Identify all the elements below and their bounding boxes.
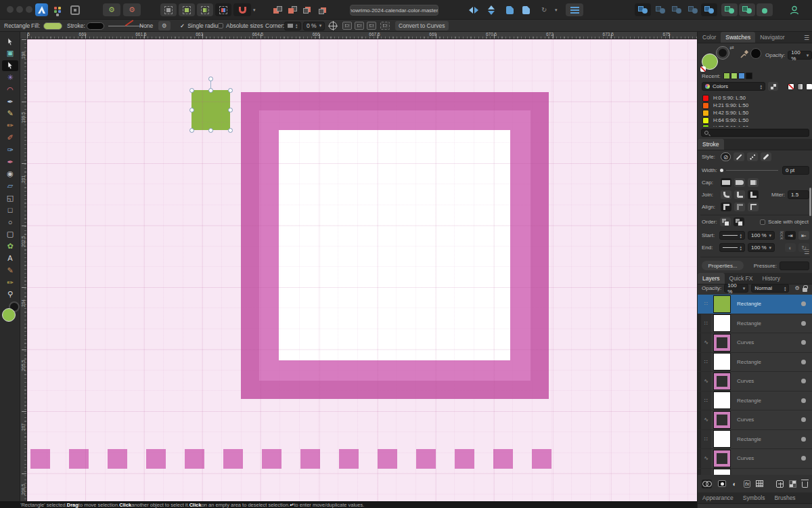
- width-value-field[interactable]: 0 pt: [782, 166, 809, 175]
- tab-navigator[interactable]: Navigator: [755, 32, 789, 43]
- stroke-color-circle[interactable]: [717, 47, 729, 59]
- layer-thumbnail[interactable]: [714, 412, 730, 428]
- delete-layer-button[interactable]: [800, 480, 810, 488]
- layer-row[interactable]: ∷Rectangle: [698, 391, 812, 411]
- pressure-field[interactable]: [780, 261, 809, 270]
- document-tab[interactable]: nanowrimo-2024-calendar-color-master ( *: [350, 5, 438, 16]
- layer-visibility-toggle[interactable]: [801, 456, 806, 461]
- transform-options-chevron-icon[interactable]: ▾: [555, 3, 558, 16]
- flip-vertical-button[interactable]: [483, 3, 499, 16]
- boolean-intersect-button[interactable]: [669, 3, 685, 16]
- brush-tool[interactable]: ✐: [2, 132, 18, 143]
- selection-handle[interactable]: [228, 88, 233, 93]
- single-radius-checkbox[interactable]: ✓Single radius: [180, 20, 221, 32]
- pink-square[interactable]: [262, 449, 281, 469]
- insert-inside-button[interactable]: [518, 3, 533, 16]
- export-persona-icon[interactable]: [70, 3, 80, 16]
- layer-thumbnail[interactable]: [714, 296, 730, 312]
- no-color-chip[interactable]: [700, 66, 706, 72]
- layer-row[interactable]: ∷Rectangle: [698, 430, 812, 450]
- absolute-sizes-checkbox[interactable]: Absolute sizes: [218, 20, 263, 32]
- cap-butt-button[interactable]: [721, 178, 731, 187]
- layer-row[interactable]: ∿Curves: [698, 449, 812, 469]
- corner-type-dropdown[interactable]: ▴▾: [284, 20, 301, 32]
- cap-round-button[interactable]: [734, 178, 745, 187]
- color-list-item[interactable]: H:64 S:90: L:50: [698, 117, 812, 124]
- layer-visibility-toggle[interactable]: [801, 360, 806, 364]
- selected-green-rectangle[interactable]: [191, 90, 230, 130]
- canvas[interactable]: [27, 39, 697, 501]
- layer-visibility-toggle[interactable]: [801, 398, 806, 403]
- layer-thumbnail[interactable]: [714, 392, 730, 408]
- rounded-rectangle-tool[interactable]: ▢: [2, 229, 18, 240]
- start-arrow-in-button[interactable]: ⇥: [785, 231, 796, 240]
- swap-fill-stroke-icon[interactable]: ⇄: [729, 45, 734, 51]
- layer-thumbnail[interactable]: [714, 450, 730, 467]
- panel-menu-icon[interactable]: ☰: [804, 35, 809, 41]
- order-behind-button[interactable]: [720, 217, 731, 226]
- point-transform-tool[interactable]: ✳: [2, 72, 18, 83]
- cap-square-button[interactable]: [748, 178, 759, 187]
- zoom-tool[interactable]: ⚲: [2, 289, 18, 300]
- start-end-lock-label[interactable]: lock: [780, 231, 784, 239]
- move-tool[interactable]: [2, 36, 18, 47]
- insertion-mode-icon[interactable]: [380, 20, 390, 32]
- stroke-style-none-button[interactable]: ⊘: [721, 152, 731, 161]
- blend-mode-dropdown[interactable]: Normal▴▾: [751, 284, 789, 293]
- palette-dropdown[interactable]: Colors ▴▾: [702, 82, 765, 91]
- transparency-toggle-button[interactable]: [788, 480, 798, 488]
- window-minimize-button[interactable]: [16, 6, 23, 13]
- selection-handle[interactable]: [189, 88, 194, 93]
- gradient-swatch[interactable]: [797, 83, 804, 90]
- join-round-button[interactable]: [721, 190, 731, 199]
- crop-tool[interactable]: ◱: [2, 192, 18, 203]
- layer-visibility-toggle[interactable]: [801, 417, 806, 422]
- forward-one-icon[interactable]: [303, 3, 313, 16]
- color-list-item[interactable]: H:21 S:90: L:50: [698, 102, 812, 109]
- recent-swatch[interactable]: [738, 72, 745, 79]
- color-list-item[interactable]: H:42 S:90: L:50: [698, 109, 812, 117]
- node-tool[interactable]: ✎: [2, 108, 18, 119]
- layer-row[interactable]: ∿Curves: [698, 372, 812, 391]
- palette-grid-view-button[interactable]: [768, 82, 778, 91]
- window-zoom-button[interactable]: [26, 6, 32, 13]
- pencil-tool[interactable]: ✏: [2, 121, 18, 131]
- pink-square[interactable]: [455, 449, 474, 469]
- color-swatch[interactable]: [702, 110, 709, 117]
- fill-color-well[interactable]: [2, 308, 16, 322]
- join-bevel-button[interactable]: [734, 190, 745, 199]
- snap-edit-button[interactable]: [197, 3, 213, 16]
- end-style-dropdown[interactable]: ▴▾: [719, 243, 745, 252]
- color-list-item[interactable]: H:0 S:90: L:50: [698, 94, 812, 102]
- live-filter-button[interactable]: [754, 480, 765, 488]
- layer-visibility-toggle[interactable]: [801, 301, 806, 306]
- pink-frame-artwork[interactable]: [241, 92, 549, 399]
- miter-value-field[interactable]: 1.5: [788, 190, 809, 199]
- layer-effects-button[interactable]: fx: [742, 480, 752, 488]
- properties-button[interactable]: Properties...: [702, 261, 744, 270]
- pink-square[interactable]: [30, 449, 50, 469]
- selection-handle[interactable]: [189, 128, 194, 133]
- vertical-ruler[interactable]: 198199.5201202.5204205.5207208.5: [20, 39, 27, 501]
- ruler-corner[interactable]: [20, 32, 27, 39]
- stroke-style-dashed-button[interactable]: [747, 152, 758, 161]
- selection-handle[interactable]: [228, 128, 233, 133]
- settings-gear-button[interactable]: ⚙: [123, 3, 141, 16]
- layer-thumbnail[interactable]: [714, 335, 730, 351]
- end-scale-dropdown[interactable]: 100 %▾: [748, 243, 775, 252]
- snap-bounds-button[interactable]: [160, 3, 177, 16]
- selection-handle[interactable]: [208, 77, 213, 81]
- adjustment-layer-button[interactable]: ◐: [729, 480, 740, 488]
- boolean-subtract-button[interactable]: [652, 3, 669, 16]
- fill-swatch[interactable]: [43, 20, 62, 32]
- link-layers-button[interactable]: [702, 480, 712, 488]
- width-slider-track[interactable]: [726, 170, 778, 171]
- transform-origin-icon[interactable]: [329, 20, 337, 32]
- stroke-width-slider[interactable]: [108, 20, 143, 32]
- flip-horizontal-button[interactable]: [466, 3, 482, 16]
- pink-square[interactable]: [223, 449, 243, 469]
- tab-layers[interactable]: Layers: [698, 273, 725, 284]
- stroke-style-solid-button[interactable]: [734, 152, 744, 161]
- selection-handle[interactable]: [208, 128, 213, 133]
- blend-options-gear-icon[interactable]: ⚙: [794, 285, 799, 291]
